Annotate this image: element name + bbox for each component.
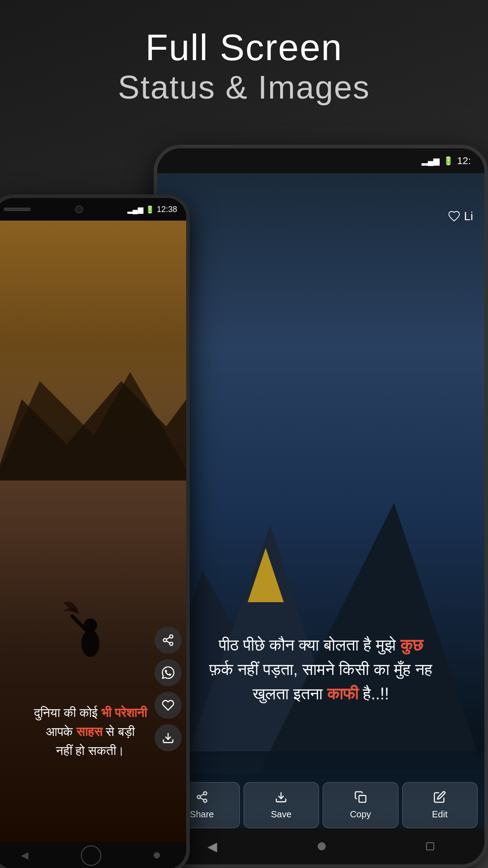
red-text-2: काफी — [327, 684, 358, 703]
header-title: Full Screen — [0, 27, 488, 68]
edit-icon — [433, 791, 446, 807]
front-share-icon — [162, 634, 174, 646]
red-text-1: कुछ — [400, 636, 423, 654]
header-area: Full Screen Status & Images — [0, 27, 488, 107]
back-hindi-text: पीठ पीछे कौन क्या बोलता है मुझे कुछ फ़र्… — [157, 633, 484, 706]
edit-label: Edit — [432, 809, 447, 820]
front-status-indicator — [4, 208, 31, 211]
front-share-button[interactable] — [155, 627, 182, 654]
svg-point-14 — [170, 642, 173, 646]
svg-point-2 — [203, 799, 206, 802]
front-camera — [75, 205, 83, 213]
phone-back: ▂▄▆ 🔋 12: ‹ Li — [154, 145, 488, 868]
front-red-text-1: भी परेशानी — [101, 706, 147, 720]
warrior-svg — [63, 585, 117, 666]
front-download-button[interactable] — [155, 724, 182, 751]
nav-home-dot[interactable] — [318, 842, 326, 850]
front-hindi-line-3: नहीं हो सकती। — [1, 741, 179, 760]
back-topbar: ‹ Li — [157, 198, 484, 234]
nav-recent[interactable] — [426, 842, 434, 850]
front-heart-icon — [162, 699, 174, 712]
svg-line-4 — [200, 794, 204, 797]
svg-point-13 — [164, 639, 167, 642]
like-label: Li — [464, 209, 473, 223]
front-signal-icon: ▂▄▆ — [127, 205, 143, 214]
battery-icon: 🔋 — [443, 156, 453, 166]
back-nav: ◀ — [157, 828, 484, 864]
bottom-actions: Share Save — [157, 782, 484, 828]
front-nav-dot[interactable] — [154, 852, 160, 859]
phone-front: ▂▄▆ 🔋 12:38 — [0, 194, 190, 868]
svg-line-3 — [200, 798, 204, 800]
mountain-svg — [0, 345, 186, 481]
front-hindi-line-1: दुनिया की कोई भी परेशानी — [1, 703, 179, 722]
save-icon — [275, 791, 287, 807]
back-status-right: ▂▄▆ 🔋 12: — [422, 155, 471, 167]
svg-point-12 — [170, 635, 173, 638]
front-whatsapp-icon — [162, 666, 174, 679]
svg-marker-8 — [0, 381, 186, 481]
hindi-line-3: खुलता इतना काफी है..!! — [171, 682, 471, 706]
front-nav-back[interactable]: ◀ — [21, 849, 28, 861]
front-download-icon — [162, 731, 174, 744]
header-subtitle: Status & Images — [0, 68, 488, 107]
svg-line-15 — [166, 641, 170, 643]
svg-point-0 — [203, 792, 206, 795]
heart-icon — [448, 210, 460, 222]
copy-icon — [354, 791, 367, 807]
front-nav: ◀ — [0, 842, 186, 868]
edit-button[interactable]: Edit — [402, 782, 478, 828]
copy-button[interactable]: Copy — [323, 782, 399, 828]
back-status-time: 12: — [457, 155, 471, 167]
hindi-line-2: फ़र्क नहीं पड़ता, सामने किसी का मुँह नह — [171, 657, 471, 682]
warrior-figure — [63, 585, 117, 668]
like-button[interactable]: Li — [448, 209, 473, 223]
front-red-text-2: साहस — [76, 725, 103, 739]
svg-line-16 — [166, 637, 170, 640]
front-battery-icon: 🔋 — [145, 205, 155, 214]
back-notch — [303, 148, 339, 157]
svg-point-1 — [197, 796, 200, 799]
front-whatsapp-button[interactable] — [155, 659, 182, 686]
front-statusbar: ▂▄▆ 🔋 12:38 — [0, 198, 186, 221]
mountain-highlight — [248, 548, 284, 602]
save-label: Save — [271, 809, 291, 820]
save-button[interactable]: Save — [244, 782, 319, 828]
back-screen: ‹ Li पीठ पीछे कौन क्या बोलता है मुझे कुछ… — [157, 173, 484, 864]
copy-label: Copy — [350, 809, 371, 820]
front-hindi-line-2: आपके साहस से बड़ी — [1, 722, 179, 741]
front-status-time: 12:38 — [157, 205, 177, 214]
front-nav-home[interactable] — [81, 845, 101, 866]
nav-back[interactable]: ◀ — [207, 839, 217, 854]
front-actions — [155, 627, 182, 751]
svg-rect-6 — [359, 796, 366, 802]
front-like-button[interactable] — [155, 692, 182, 719]
signal-icon: ▂▄▆ — [422, 156, 440, 166]
share-icon — [196, 791, 208, 807]
front-status-right: ▂▄▆ 🔋 12:38 — [127, 205, 177, 214]
front-screen: दुनिया की कोई भी परेशानी आपके साहस से बड… — [0, 221, 186, 842]
hindi-line-1: पीठ पीछे कौन क्या बोलता है मुझे कुछ — [171, 633, 471, 657]
phones-container: ▂▄▆ 🔋 12: ‹ Li — [0, 127, 488, 868]
share-label: Share — [190, 809, 214, 820]
back-statusbar: ▂▄▆ 🔋 12: — [157, 148, 484, 173]
